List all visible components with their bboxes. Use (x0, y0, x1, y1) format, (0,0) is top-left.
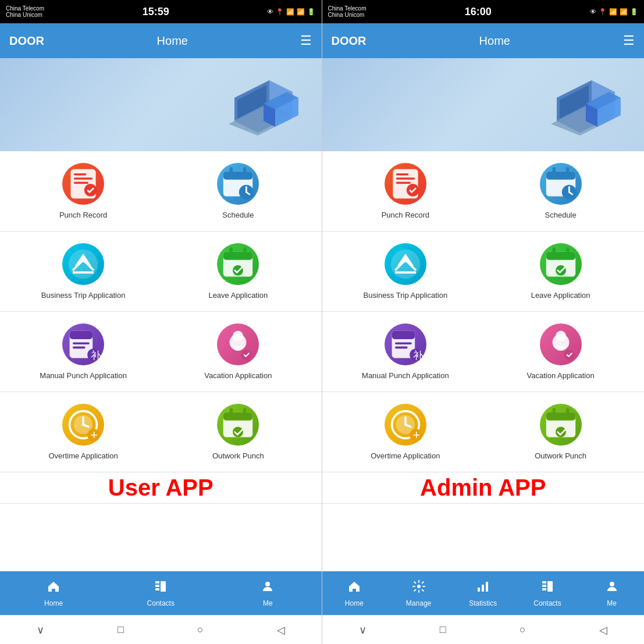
label-outwork: Outwork Punch (212, 451, 264, 460)
nav-btn-0[interactable]: ∨ (37, 624, 44, 636)
svg-rect-65 (552, 167, 555, 175)
svg-rect-45 (155, 581, 159, 583)
banner-illustration (205, 63, 310, 147)
svg-rect-59 (396, 173, 409, 176)
grid-row-2: 补 Manual Punch Application Vacation Appl… (0, 312, 322, 392)
carrier1: China Telecom (328, 5, 367, 12)
icon-punch (385, 163, 426, 205)
svg-rect-15 (230, 167, 233, 175)
svg-rect-72 (552, 247, 555, 255)
tab-me[interactable]: Me (214, 579, 321, 607)
panel-user-app: China Telecom China Unicom 15:59 👁 📍 📶 📶… (0, 0, 322, 644)
banner (0, 58, 322, 151)
svg-rect-28 (73, 347, 86, 349)
svg-rect-66 (566, 167, 569, 175)
grid-row-0: Punch Record Schedule (0, 151, 322, 232)
status-bar: China Telecom China Unicom 15:59 👁 📍 📶 📶… (0, 0, 322, 23)
svg-rect-77 (395, 342, 412, 344)
hamburger-menu[interactable]: ☰ (300, 33, 312, 48)
svg-rect-96 (478, 588, 480, 592)
tab-me[interactable]: Me (579, 579, 644, 607)
tab-icon-me (605, 579, 619, 597)
menu-item-vacation[interactable]: Vacation Application (483, 323, 638, 380)
tab-icon-home (47, 579, 61, 597)
menu-item-outwork[interactable]: Outwork Punch (161, 404, 315, 460)
tab-icon-contacts (540, 579, 554, 597)
svg-rect-46 (155, 585, 159, 587)
grid-row-0: Punch Record Schedule (322, 151, 645, 232)
grid-row-3: + Overtime Application Outwork Punch (322, 392, 645, 472)
tab-label-home: Home (345, 599, 364, 607)
carrier-info: China Telecom China Unicom (328, 5, 367, 18)
svg-rect-64 (546, 171, 575, 179)
label-vacation: Vacation Application (204, 371, 272, 380)
tab-manage[interactable]: Manage (386, 579, 451, 607)
wifi-icon: 📶 (609, 8, 617, 16)
nav-btn-2[interactable]: ○ (520, 624, 526, 636)
tab-contacts[interactable]: Contacts (107, 579, 214, 607)
svg-rect-26 (70, 331, 93, 339)
nav-btn-1[interactable]: □ (440, 624, 446, 636)
svg-point-82 (556, 331, 566, 341)
menu-item-leave[interactable]: Leave Application (483, 243, 638, 300)
svg-rect-60 (396, 177, 415, 180)
menu-item-leave[interactable]: Leave Application (161, 243, 315, 300)
menu-item-vacation[interactable]: Vacation Application (161, 323, 315, 380)
tab-statistics[interactable]: Statistics (451, 579, 515, 607)
menu-grid: Punch Record Schedule Business Trip Appl… (322, 151, 645, 571)
svg-rect-100 (542, 585, 546, 587)
location-icon: 📍 (276, 8, 284, 16)
svg-text:补: 补 (91, 350, 101, 361)
icon-punch (62, 163, 104, 205)
menu-item-trip[interactable]: Business Trip Application (6, 243, 161, 300)
svg-text:+: + (91, 428, 98, 442)
tab-home[interactable]: Home (322, 579, 387, 607)
nav-btn-3[interactable]: ◁ (277, 624, 285, 636)
svg-rect-16 (243, 167, 246, 175)
signal-icon: 📶 (297, 8, 305, 16)
svg-rect-76 (392, 331, 415, 339)
label-schedule: Schedule (222, 211, 254, 219)
panel-admin-app: China Telecom China Unicom 16:00 👁 📍 📶 📶… (322, 0, 645, 644)
grid-row-3: + Overtime Application Outwork Punch (0, 392, 322, 472)
icon-leave (540, 243, 582, 285)
nav-btn-2[interactable]: ○ (197, 624, 204, 636)
app-type-label: Admin APP (322, 472, 645, 504)
status-time: 15:59 (143, 6, 169, 18)
menu-item-schedule[interactable]: Schedule (483, 163, 638, 219)
label-overtime: Overtime Application (371, 451, 440, 460)
status-time: 16:00 (465, 6, 492, 18)
menu-item-punch[interactable]: Punch Record (328, 163, 483, 219)
menu-item-outwork[interactable]: Outwork Punch (483, 404, 638, 460)
menu-item-punch[interactable]: Punch Record (6, 163, 161, 219)
app-type-label: User APP (0, 472, 322, 504)
menu-item-manual[interactable]: 补 Manual Punch Application (328, 323, 483, 380)
nav-btn-3[interactable]: ◁ (599, 624, 607, 636)
svg-rect-101 (542, 588, 546, 590)
menu-item-overtime[interactable]: + Overtime Application (328, 404, 483, 460)
hamburger-menu[interactable]: ☰ (623, 33, 635, 48)
icon-outwork (540, 404, 582, 446)
menu-item-manual[interactable]: 补 Manual Punch Application (6, 323, 161, 380)
tab-contacts[interactable]: Contacts (515, 579, 580, 607)
svg-rect-73 (566, 247, 569, 255)
nav-bar: ∨□○◁ (322, 615, 645, 644)
label-overtime: Overtime Application (49, 451, 118, 460)
app-header: DOOR Home ☰ (0, 23, 322, 58)
tab-home[interactable]: Home (0, 579, 107, 607)
carrier2: China Unicom (6, 12, 44, 18)
nav-btn-1[interactable]: □ (118, 624, 124, 636)
menu-item-overtime[interactable]: + Overtime Application (6, 404, 161, 460)
app-header: DOOR Home ☰ (322, 23, 645, 58)
menu-item-schedule[interactable]: Schedule (161, 163, 315, 219)
tab-label-me: Me (607, 599, 617, 607)
nav-btn-0[interactable]: ∨ (359, 624, 367, 636)
banner (322, 58, 645, 151)
svg-rect-27 (73, 342, 90, 344)
svg-rect-97 (482, 585, 484, 592)
svg-rect-10 (74, 177, 92, 180)
menu-item-trip[interactable]: Business Trip Application (328, 243, 483, 300)
svg-rect-93 (566, 408, 569, 416)
svg-text:补: 补 (412, 350, 423, 361)
icon-vacation (217, 323, 259, 365)
